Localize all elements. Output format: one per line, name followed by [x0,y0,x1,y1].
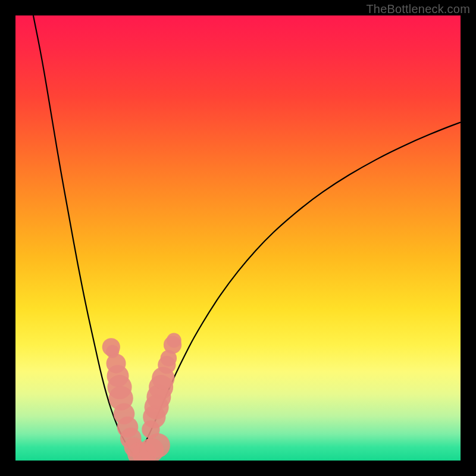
chart-svg [15,15,461,461]
watermark-text: TheBottleneck.com [366,2,470,16]
outer-frame: TheBottleneck.com [0,0,476,476]
bottleneck-curve [33,15,461,457]
highlighted-markers [102,333,181,461]
plot-area [15,15,461,461]
curve-right-branch [136,123,461,457]
marker-point [167,333,181,348]
